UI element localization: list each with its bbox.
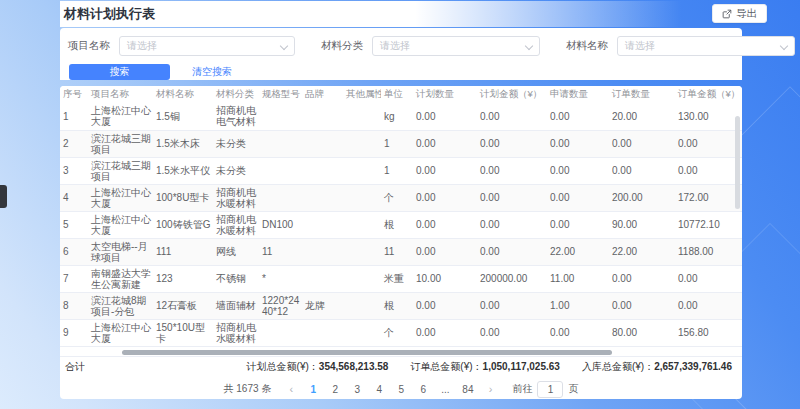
filter-select-3[interactable]: 请选择 xyxy=(617,36,795,56)
page-number-2[interactable]: 2 xyxy=(327,381,343,397)
table-cell xyxy=(259,130,302,157)
page-number-6[interactable]: 6 xyxy=(415,381,431,397)
pagination-ellipsis: ... xyxy=(437,381,453,397)
filter-label: 项目名称 xyxy=(68,39,110,53)
table-cell: 招商机电 水暖材料 xyxy=(213,184,259,211)
table-cell: 个 xyxy=(381,319,413,346)
page-number-4[interactable]: 4 xyxy=(371,381,387,397)
vertical-scrollbar[interactable] xyxy=(735,116,740,209)
table-cell xyxy=(343,103,381,130)
table-cell: 156.80 xyxy=(675,319,742,346)
sidebar-collapse-handle[interactable] xyxy=(0,185,7,208)
search-button[interactable]: 搜索 xyxy=(69,64,170,80)
table-cell: 10.00 xyxy=(413,265,477,292)
export-button[interactable]: 导出 xyxy=(712,4,767,23)
table-cell: 招商机电 水暖材料 xyxy=(213,319,259,346)
table-cell xyxy=(259,319,302,346)
data-table-panel: 序号项目名称材料名称材料分类规格型号品牌其他属性单位计划数量计划金额（¥）申请数… xyxy=(60,86,742,399)
goto-page-input[interactable] xyxy=(537,381,563,398)
table-cell: * xyxy=(259,265,302,292)
column-header: 申请数量 xyxy=(547,86,609,103)
table-cell: 7 xyxy=(60,265,88,292)
column-header: 项目名称 xyxy=(88,86,153,103)
table-cell: 8 xyxy=(60,292,88,319)
column-header: 单位 xyxy=(381,86,413,103)
summary-row: 合计 计划总金额(¥)：354,568,213.58订单总金额(¥)：1,050… xyxy=(60,356,742,377)
table-cell: 招商机电 电气材料 xyxy=(213,103,259,130)
pagination-total: 共 1673 条 xyxy=(224,382,272,396)
select-placeholder: 请选择 xyxy=(380,39,410,53)
column-header: 计划金额（¥） xyxy=(477,86,547,103)
table-cell: 0.00 xyxy=(609,130,675,157)
table-cell: kg xyxy=(381,103,413,130)
table-cell: 太空电梯--月球项目 xyxy=(88,238,153,265)
table-cell: 11 xyxy=(259,238,302,265)
chevron-down-icon xyxy=(525,42,533,50)
table-cell xyxy=(343,238,381,265)
export-icon xyxy=(722,9,732,19)
table-cell: 0.00 xyxy=(413,103,477,130)
table-cell: 0.00 xyxy=(477,238,547,265)
table-cell: 90.00 xyxy=(609,211,675,238)
table-cell: 130.00 xyxy=(675,103,742,130)
column-header: 规格型号 xyxy=(259,86,302,103)
page-number-84[interactable]: 84 xyxy=(459,381,476,397)
summary-label: 合计 xyxy=(65,360,85,374)
filter-actions: 搜索 清空搜索 xyxy=(68,64,734,80)
table-cell xyxy=(302,157,343,184)
table-row: 5上海松江中心大厦100铸铁管G招商机电 水暖材料DN100根0.000.000… xyxy=(60,211,742,238)
pagination: 共 1673 条 ‹ 123456...84 › 前往 页 xyxy=(60,379,742,399)
table-cell: 200000.00 xyxy=(477,265,547,292)
table-cell xyxy=(259,103,302,130)
chevron-left-icon[interactable]: ‹ xyxy=(283,381,299,397)
summary-total-item: 计划总金额(¥)：354,568,213.58 xyxy=(247,360,389,374)
table-cell: 1.5米木床 xyxy=(153,130,213,157)
export-button-label: 导出 xyxy=(736,7,757,21)
table-cell: 80.00 xyxy=(609,319,675,346)
table-cell: 4 xyxy=(60,184,88,211)
table-row: 4上海松江中心大厦100*8U型卡招商机电 水暖材料个0.000.000.002… xyxy=(60,184,742,211)
table-cell xyxy=(343,211,381,238)
clear-search-link[interactable]: 清空搜索 xyxy=(192,65,232,79)
table-cell: 2 xyxy=(60,130,88,157)
table-cell: 0.00 xyxy=(547,103,609,130)
table-cell: 0.00 xyxy=(477,157,547,184)
table-cell: 不锈钢 xyxy=(213,265,259,292)
filter-group-2: 材料分类请选择 xyxy=(321,36,540,56)
goto-page-suffix: 页 xyxy=(568,382,578,396)
table-cell: 龙牌 xyxy=(302,292,343,319)
table-cell: 200.00 xyxy=(609,184,675,211)
chevron-right-icon[interactable]: › xyxy=(482,381,498,397)
table-cell: 0.00 xyxy=(547,130,609,157)
filter-select-1[interactable]: 请选择 xyxy=(119,36,295,56)
table-cell xyxy=(343,292,381,319)
table-cell: 100铸铁管G xyxy=(153,211,213,238)
column-header: 订单数量 xyxy=(609,86,675,103)
table-cell: 0.00 xyxy=(413,130,477,157)
page-number-list: 123456...84 xyxy=(305,381,476,397)
table-cell: 0.00 xyxy=(477,292,547,319)
table-cell: 0.00 xyxy=(675,130,742,157)
table-cell xyxy=(302,319,343,346)
page-number-3[interactable]: 3 xyxy=(349,381,365,397)
table-cell: 150*10U型卡 xyxy=(153,319,213,346)
table-row: 8滨江花城8期项目-分包12石膏板墙面辅材1220*2440*12龙牌根0.00… xyxy=(60,292,742,319)
table-cell xyxy=(259,157,302,184)
page-number-5[interactable]: 5 xyxy=(393,381,409,397)
horizontal-scrollbar[interactable] xyxy=(122,350,612,355)
table-cell: 9 xyxy=(60,319,88,346)
table-cell: 0.00 xyxy=(609,157,675,184)
table-cell xyxy=(343,319,381,346)
table-cell: 3 xyxy=(60,157,88,184)
table-cell xyxy=(343,130,381,157)
table-cell: 0.00 xyxy=(413,211,477,238)
filter-select-2[interactable]: 请选择 xyxy=(372,36,540,56)
table-cell: 1 xyxy=(60,103,88,130)
table-cell: 根 xyxy=(381,292,413,319)
table-row: 1上海松江中心大厦1.5铜招商机电 电气材料kg0.000.000.0020.0… xyxy=(60,103,742,130)
filter-label: 材料名称 xyxy=(566,39,608,53)
total-value: 354,568,213.58 xyxy=(319,361,389,372)
total-label: 订单总金额(¥)： xyxy=(410,361,482,372)
column-header: 序号 xyxy=(60,86,88,103)
page-number-1[interactable]: 1 xyxy=(305,381,321,397)
